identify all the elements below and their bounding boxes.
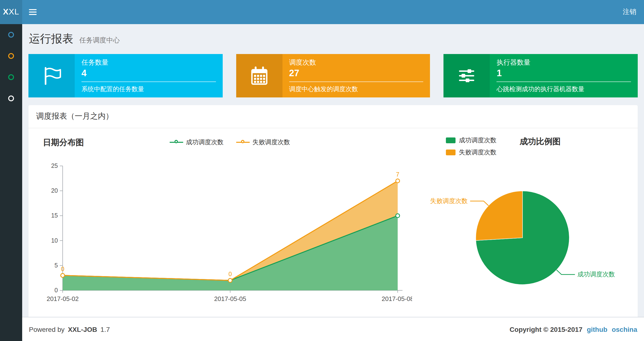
copyright-text: Copyright © 2015-2017	[510, 325, 582, 333]
info-box-desc: 系统中配置的任务数量	[82, 85, 216, 94]
version-label: 1.7	[100, 325, 110, 333]
legend-item-success[interactable]: 成功调度次数	[446, 136, 496, 145]
info-box-value: 4	[82, 68, 216, 79]
github-link[interactable]: github	[587, 325, 608, 333]
info-box-executor-count: 执行器数量 1 心跳检测成功的执行器机器数量	[444, 54, 638, 97]
legend-item-fail[interactable]: 失败调度次数	[446, 148, 496, 157]
legend-label: 失败调度次数	[252, 138, 290, 147]
legend-item-fail[interactable]: 失败调度次数	[236, 138, 290, 147]
brand-logo-bold: X	[3, 7, 9, 17]
main-content: 运行报表 任务调度中心 任务数量 4 系统中	[22, 24, 644, 317]
sliders-icon	[456, 65, 478, 87]
info-box-icon-area	[444, 54, 490, 97]
legend-item-success[interactable]: 成功调度次数	[170, 138, 224, 147]
footer-powered-by: Powered by XXL-JOB 1.7	[29, 325, 111, 333]
svg-text:成功调度次数: 成功调度次数	[577, 271, 615, 278]
navbar-spacer	[44, 0, 615, 24]
sidebar-toggle-button[interactable]	[22, 0, 44, 24]
panel-title: 调度报表（一月之内）	[28, 105, 638, 128]
circle-o-icon	[8, 74, 14, 80]
svg-text:25: 25	[51, 162, 58, 169]
svg-text:20: 20	[51, 187, 58, 194]
legend-label: 成功调度次数	[186, 138, 224, 147]
success-ratio-block: 成功调度次数 失败调度次数 成功比例图 成功调度次数失败调度次数	[412, 132, 630, 317]
sidebar-item-4[interactable]	[0, 88, 22, 109]
top-navbar: XXL 注销	[0, 0, 644, 24]
page-footer: Powered by XXL-JOB 1.7 Copyright © 2015-…	[22, 317, 644, 341]
hamburger-icon	[29, 9, 37, 15]
line-legend-marker-icon	[236, 140, 250, 145]
svg-text:0: 0	[54, 287, 58, 293]
info-box-title: 任务数量	[82, 58, 216, 67]
line-legend-marker-icon	[170, 140, 183, 145]
info-box-value: 27	[289, 68, 423, 79]
circle-o-icon	[8, 32, 14, 38]
info-box-icon-area	[236, 54, 282, 97]
legend-swatch-icon	[446, 150, 456, 155]
flag-icon	[40, 65, 63, 87]
svg-text:10: 10	[51, 237, 58, 244]
info-box-trigger-count: 调度次数 27 调度中心触发的调度次数	[236, 54, 430, 97]
svg-text:0: 0	[228, 271, 232, 277]
powered-prefix: Powered by	[29, 325, 64, 333]
info-box-divider	[289, 82, 423, 82]
success-ratio-pie-chart[interactable]: 成功调度次数失败调度次数	[414, 157, 630, 317]
svg-text:5: 5	[54, 262, 58, 269]
sidebar-item-3[interactable]	[0, 67, 22, 88]
info-box-divider	[497, 82, 631, 82]
svg-text:2017-05-08: 2017-05-08	[382, 295, 412, 302]
info-box-desc: 调度中心触发的调度次数	[289, 85, 423, 94]
sidebar-item-2[interactable]	[0, 45, 22, 67]
sidebar-item-1[interactable]	[0, 24, 22, 45]
date-distribution-chart[interactable]: 05101520252017-05-022017-05-052017-05-08…	[36, 152, 412, 316]
info-box-title: 执行器数量	[497, 58, 631, 67]
brand-logo[interactable]: XXL	[0, 0, 22, 24]
page-header: 运行报表 任务调度中心	[22, 24, 644, 49]
date-distribution-block: 日期分布图 成功调度次数 失败调度次数	[36, 132, 412, 317]
legend-label: 失败调度次数	[459, 148, 496, 157]
line-chart-legend: 成功调度次数 失败调度次数	[170, 138, 290, 147]
calendar-icon	[248, 65, 270, 87]
legend-label: 成功调度次数	[459, 136, 496, 145]
svg-text:7: 7	[396, 171, 399, 178]
panel-body: 日期分布图 成功调度次数 失败调度次数	[28, 128, 638, 317]
pie-chart-header: 成功调度次数 失败调度次数 成功比例图	[414, 132, 630, 157]
sidebar-nav	[0, 24, 22, 341]
pie-chart-title: 成功比例图	[520, 136, 560, 147]
circle-o-icon	[8, 96, 14, 101]
report-panel: 调度报表（一月之内） 日期分布图 成功调度次数	[28, 105, 638, 317]
info-box-content: 调度次数 27 调度中心触发的调度次数	[282, 54, 430, 97]
line-chart-header: 日期分布图 成功调度次数 失败调度次数	[36, 132, 412, 152]
info-box-title: 调度次数	[289, 58, 423, 67]
line-chart-title: 日期分布图	[43, 137, 84, 148]
info-box-value: 1	[497, 68, 631, 79]
info-box-content: 任务数量 4 系统中配置的任务数量	[75, 54, 222, 97]
svg-text:失败调度次数: 失败调度次数	[430, 197, 468, 204]
content-wrapper: 运行报表 任务调度中心 任务数量 4 系统中	[22, 24, 644, 341]
svg-text:0: 0	[61, 265, 64, 272]
info-box-row: 任务数量 4 系统中配置的任务数量	[28, 54, 638, 97]
svg-text:2017-05-05: 2017-05-05	[214, 295, 246, 302]
page-title: 运行报表	[29, 32, 73, 45]
brand-name: XXL-JOB	[68, 325, 97, 333]
info-box-divider	[82, 82, 216, 82]
brand-logo-rest: XL	[9, 7, 19, 17]
legend-swatch-icon	[446, 137, 456, 143]
info-box-job-count: 任务数量 4 系统中配置的任务数量	[28, 54, 222, 97]
svg-text:15: 15	[51, 212, 58, 219]
info-box-desc: 心跳检测成功的执行器机器数量	[497, 85, 631, 94]
info-box-content: 执行器数量 1 心跳检测成功的执行器机器数量	[490, 54, 638, 97]
xxl-job-dashboard: XXL 注销 运行报表 任务调度中心	[0, 0, 644, 341]
svg-text:2017-05-02: 2017-05-02	[47, 295, 79, 302]
circle-o-icon	[8, 53, 14, 59]
page-subtitle: 任务调度中心	[79, 36, 120, 44]
info-box-icon-area	[28, 54, 75, 97]
footer-copyright-area: Copyright © 2015-2017 github oschina	[510, 325, 637, 333]
oschina-link[interactable]: oschina	[612, 325, 637, 333]
logout-link[interactable]: 注销	[615, 0, 644, 24]
pie-chart-legend: 成功调度次数 失败调度次数	[446, 136, 496, 157]
